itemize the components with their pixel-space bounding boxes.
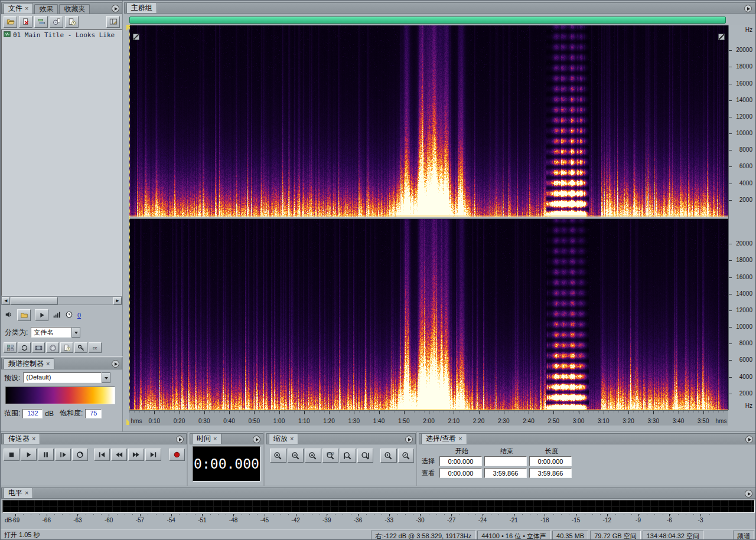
time-display[interactable]: 0:00.000 [193, 446, 260, 482]
spectrogram-right-channel[interactable] [129, 219, 728, 410]
edit-original-button[interactable] [65, 16, 79, 28]
show-video-files-toggle[interactable] [32, 342, 45, 353]
selection-start-field[interactable] [439, 456, 482, 466]
scroll-left-button[interactable]: ◄ [2, 297, 10, 305]
tab-levels[interactable]: 电平 × [4, 487, 33, 498]
freq-tick-mark [729, 377, 732, 378]
selection-end-field[interactable] [484, 456, 527, 466]
view-end-field[interactable] [484, 468, 527, 478]
spectrogram-left-channel[interactable] [129, 25, 728, 217]
tab-zoom[interactable]: 缩放 × [269, 433, 298, 444]
sort-dropdown[interactable]: 文件名 [31, 327, 80, 338]
time-ruler[interactable]: hms0:100:200:300:400:501:001:101:201:301… [129, 410, 728, 426]
zoom-to-selection-button[interactable] [322, 449, 339, 463]
selection-view-menu-button[interactable] [745, 436, 753, 443]
time-tick-mark [454, 411, 454, 414]
left-channel-select-icon[interactable] [133, 34, 139, 40]
show-audio-files-toggle[interactable] [4, 342, 17, 353]
zoom-out-vertical-button[interactable] [398, 449, 415, 463]
level-meter[interactable] [2, 500, 755, 513]
show-midi-files-toggle[interactable] [46, 342, 59, 353]
files-horizontal-scrollbar[interactable]: ◄ ► [1, 296, 122, 305]
playhead-line[interactable] [129, 25, 130, 410]
preview-volume-value[interactable]: 0 [77, 312, 81, 319]
play-from-cursor-button[interactable] [55, 449, 71, 461]
tab-spectral-controls[interactable]: 频谱控制器 × [4, 358, 54, 369]
chevron-down-icon[interactable] [102, 372, 110, 383]
range-value-field[interactable]: 132 [22, 409, 43, 418]
file-list-item[interactable]: 01 Main Title - Looks Like [2, 30, 122, 40]
close-icon[interactable]: × [25, 4, 28, 13]
close-icon[interactable]: × [213, 434, 217, 443]
zoom-menu-button[interactable] [405, 436, 413, 443]
zoom-in-horizontal-button[interactable] [270, 449, 286, 463]
tab-selection-view[interactable]: 选择/查看 × [421, 433, 467, 444]
level-tick-label: -60 [100, 517, 117, 523]
close-icon[interactable]: × [290, 434, 294, 443]
time-tick-mark [429, 411, 429, 414]
close-icon[interactable]: × [46, 359, 50, 368]
transport-menu-button[interactable] [176, 436, 184, 443]
scroll-thumb[interactable] [11, 297, 58, 305]
zoom-selection-right-edge-button[interactable] [357, 449, 374, 463]
files-panel-menu-button[interactable] [112, 5, 119, 12]
go-to-start-button[interactable] [94, 449, 110, 461]
selection-length-field[interactable] [529, 456, 572, 466]
level-tick-label: -48 [225, 517, 242, 523]
tab-favorites[interactable]: 收藏夹 [59, 4, 90, 14]
zoom-out-horizontal-button[interactable] [288, 449, 304, 463]
workspace-button[interactable] [106, 16, 120, 28]
view-length-field[interactable] [529, 468, 572, 478]
tab-effects[interactable]: 效果 [34, 4, 58, 14]
rewind-button[interactable] [111, 449, 127, 461]
time-menu-button[interactable] [253, 436, 260, 443]
time-tick-label: 2:10 [445, 418, 462, 424]
status-time-free: 134:48:04.32 空间 [643, 531, 703, 540]
fast-forward-button[interactable] [128, 449, 144, 461]
column-header-end: 结束 [485, 447, 528, 456]
chevron-down-icon[interactable] [71, 327, 80, 338]
main-panel-menu-button[interactable] [744, 5, 752, 12]
preset-dropdown[interactable]: (Default) [23, 372, 110, 383]
insert-into-cd-button[interactable] [50, 16, 63, 28]
stop-button[interactable] [4, 449, 19, 461]
preview-play-button[interactable] [35, 309, 48, 321]
view-range-bar[interactable] [129, 17, 726, 24]
loop-play-button[interactable] [72, 449, 88, 461]
record-button[interactable] [169, 449, 185, 461]
import-file-button[interactable] [4, 16, 17, 28]
zoom-out-full-button[interactable] [305, 449, 321, 463]
file-list[interactable]: 01 Main Title - Looks Like [1, 30, 122, 296]
files-panel-tabstrip: 文件 × 效果 收藏夹 [1, 2, 122, 14]
cc-filter-toggle[interactable]: cc [89, 342, 102, 353]
key-filter-toggle[interactable] [74, 342, 87, 353]
level-tick-mark [576, 514, 576, 516]
tab-files[interactable]: 文件 × [4, 3, 33, 14]
saturation-value-field[interactable]: 75 [85, 409, 102, 418]
time-tick-mark [204, 411, 205, 414]
spectral-display[interactable] [129, 25, 728, 410]
zoom-selection-left-edge-button[interactable] [340, 449, 356, 463]
close-icon[interactable]: × [458, 434, 462, 443]
pause-button[interactable] [38, 449, 54, 461]
go-to-end-button[interactable] [145, 449, 161, 461]
insert-into-multitrack-button[interactable] [34, 16, 48, 28]
zoom-in-vertical-button[interactable] [380, 449, 397, 463]
frequency-ruler[interactable]: Hz Hz 2000018000160001400012000100008000… [728, 25, 756, 410]
show-loop-files-toggle[interactable] [18, 342, 31, 353]
close-icon[interactable]: × [25, 489, 28, 498]
spectral-panel-menu-button[interactable] [112, 360, 119, 368]
right-channel-select-icon[interactable] [718, 34, 725, 40]
spectral-gradient-bar[interactable] [5, 387, 115, 404]
close-file-button[interactable] [19, 16, 32, 28]
show-markers-toggle[interactable] [60, 342, 73, 353]
tab-time[interactable]: 时间 × [192, 433, 221, 444]
open-folder-button[interactable] [17, 309, 31, 321]
view-start-field[interactable] [439, 468, 482, 478]
tab-main-group[interactable]: 主群组 [126, 2, 157, 13]
levels-menu-button[interactable] [745, 490, 752, 498]
play-button[interactable] [21, 449, 37, 461]
close-icon[interactable]: × [32, 434, 35, 443]
tab-transport[interactable]: 传送器 × [4, 433, 40, 444]
scroll-right-button[interactable]: ► [113, 297, 122, 305]
